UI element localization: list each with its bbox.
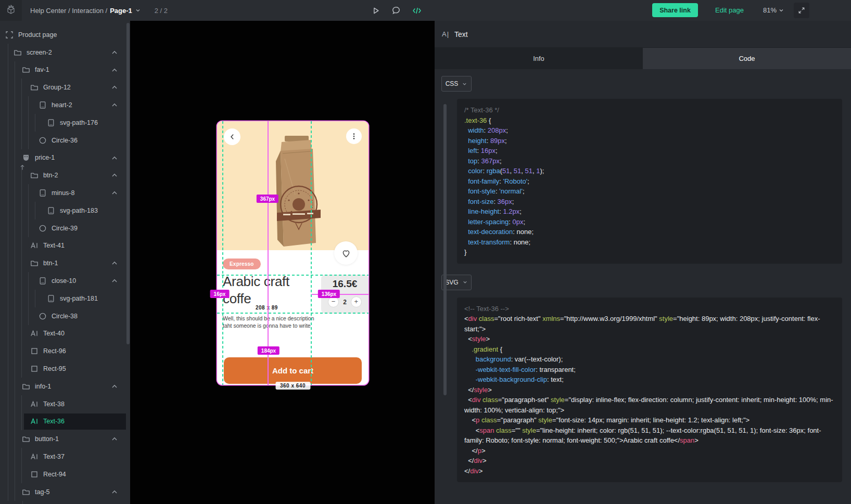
add-to-cart-button[interactable]: Add to cart xyxy=(224,357,362,384)
favorite-button[interactable] xyxy=(334,241,358,265)
tab-code[interactable]: Code xyxy=(643,48,851,69)
layer-row-btn-2[interactable]: btn-2 xyxy=(0,166,126,184)
collapse-caret-icon[interactable] xyxy=(110,171,119,179)
product-tag[interactable]: Expresso xyxy=(223,259,261,269)
tree-indent-guide xyxy=(15,96,15,114)
layer-row-text-41[interactable]: Text-41 xyxy=(0,237,126,255)
tree-indent-guide xyxy=(15,430,15,448)
back-button[interactable] xyxy=(224,128,240,145)
tree-indent-guide xyxy=(15,325,15,343)
layer-label: btn-1 xyxy=(43,260,58,267)
layer-label: Text-40 xyxy=(43,330,65,337)
circle-icon xyxy=(39,312,47,320)
measurement-badge-right: 136px xyxy=(318,290,340,298)
tree-indent-guide xyxy=(28,290,29,307)
zoom-level-value: 81% xyxy=(763,6,777,14)
collapse-caret-icon[interactable] xyxy=(110,435,119,443)
layer-row-rect-95[interactable]: Rect-95 xyxy=(0,360,126,378)
layer-row-rect-94[interactable]: Rect-94 xyxy=(0,466,126,483)
tree-indent-guide xyxy=(8,272,8,290)
css-language-select[interactable]: CSS xyxy=(441,76,472,92)
layer-row-circle-39[interactable]: Circle-39 xyxy=(0,219,126,237)
canvas[interactable]: Expresso Arabic craft coffe 208 x 89 16.… xyxy=(130,21,435,504)
layer-label: Text-38 xyxy=(43,400,65,408)
collapse-caret-icon[interactable] xyxy=(110,83,119,92)
tree-indent-guide xyxy=(8,448,8,466)
share-link-button[interactable]: Share link xyxy=(652,3,698,17)
tree-indent-guide xyxy=(35,114,35,132)
code-line: line-height: 1.2px; xyxy=(464,206,835,217)
measurement-badge-left: 16px xyxy=(210,290,230,298)
minus-button[interactable]: − xyxy=(328,296,339,307)
comment-icon[interactable] xyxy=(391,6,401,15)
layer-row-tag-5[interactable]: tag-5 xyxy=(0,483,126,501)
fullscreen-button[interactable] xyxy=(794,3,809,18)
layer-row-text-40[interactable]: Text-40 xyxy=(0,325,126,343)
tree-indent-guide xyxy=(8,202,8,219)
layer-row-close-10[interactable]: close-10 xyxy=(0,272,126,290)
layer-row-rect-96[interactable]: Rect-96 xyxy=(0,342,126,360)
collapse-caret-icon[interactable] xyxy=(110,189,119,197)
plus-button[interactable]: + xyxy=(351,296,362,307)
collapse-caret-icon[interactable] xyxy=(110,101,119,109)
tree-indent-guide xyxy=(8,290,8,307)
edit-page-link[interactable]: Edit page xyxy=(715,6,744,14)
svg-icon xyxy=(47,206,55,215)
inspector-scrollbar[interactable] xyxy=(443,104,447,395)
layer-row-svg-path-181[interactable]: svg-path-181 xyxy=(0,290,126,307)
layer-row-product page[interactable]: Product page xyxy=(0,26,126,44)
app-logo[interactable] xyxy=(0,0,22,21)
tree-indent-guide xyxy=(8,44,8,61)
collapse-caret-icon[interactable] xyxy=(110,154,119,162)
product-title[interactable]: Arabic craft coffe xyxy=(223,273,322,307)
tab-info[interactable]: Info xyxy=(435,48,643,69)
collapse-caret-icon[interactable] xyxy=(110,382,119,391)
folder-icon xyxy=(14,48,22,57)
layer-row-heart-2[interactable]: heart-2 xyxy=(0,96,126,114)
layer-row-btn-1[interactable]: btn-1 xyxy=(0,254,126,272)
menu-button[interactable] xyxy=(346,128,362,144)
collapse-caret-icon[interactable] xyxy=(110,488,119,496)
tree-indent-guide xyxy=(8,61,8,79)
collapse-caret-icon[interactable] xyxy=(110,277,119,285)
tree-indent-guide xyxy=(21,342,22,360)
tree-indent-guide xyxy=(15,114,15,132)
chevron-down-icon xyxy=(462,279,468,285)
product-hero-section[interactable] xyxy=(217,121,369,250)
code-view-icon[interactable] xyxy=(412,6,422,15)
artboard-product-page[interactable]: Expresso Arabic craft coffe 208 x 89 16.… xyxy=(217,121,369,385)
code-line: .gradient { xyxy=(464,344,835,355)
layer-row-group-12[interactable]: Group-12 xyxy=(0,79,126,96)
coffee-bag-image[interactable] xyxy=(269,133,322,250)
product-description[interactable]: Well, this should be a nice description … xyxy=(223,315,314,329)
tree-indent-guide xyxy=(28,272,29,290)
layer-row-svg-path-183[interactable]: svg-path-183 xyxy=(0,202,126,219)
play-icon[interactable] xyxy=(371,6,380,15)
breadcrumb[interactable]: Help Center / Interaction / Page-1 xyxy=(30,7,141,15)
layer-row-screen-2[interactable]: screen-2 xyxy=(0,44,126,61)
layer-row-button-1[interactable]: button-1 xyxy=(0,430,126,448)
guide-horizontal-top xyxy=(217,275,369,276)
breadcrumb-current-page: Page-1 xyxy=(110,7,132,15)
collapse-caret-icon[interactable] xyxy=(110,259,119,267)
layer-row-minus-8[interactable]: minus-8 xyxy=(0,184,126,202)
layers-scrollbar[interactable] xyxy=(126,23,130,344)
layer-row-circle-36[interactable]: Circle-36 xyxy=(0,132,126,149)
layer-row-svg-path-176[interactable]: svg-path-176 xyxy=(0,114,126,132)
svg-code-block[interactable]: <!-- Text-36 --><div class="root rich-te… xyxy=(457,298,842,483)
layer-row-circle-38[interactable]: Circle-38 xyxy=(0,307,126,325)
collapse-caret-icon[interactable] xyxy=(110,48,119,57)
layer-row-text-36[interactable]: Text-36 xyxy=(0,413,126,431)
layers-panel: Product pagescreen-2fav-1Group-12heart-2… xyxy=(0,21,130,504)
code-line: <div class="root rich-text" xmlns="http:… xyxy=(464,314,835,334)
layer-row-text-37[interactable]: Text-37 xyxy=(0,448,126,466)
mask-icon xyxy=(22,153,30,162)
layer-row-text-38[interactable]: Text-38 xyxy=(0,395,126,413)
layer-row-fav-1[interactable]: fav-1 xyxy=(0,61,126,79)
layer-label: Rect-95 xyxy=(43,365,66,372)
css-code-block[interactable]: /* Text-36 */.text-36 { width: 208px; he… xyxy=(457,99,842,264)
collapse-caret-icon[interactable] xyxy=(110,66,119,74)
layer-row-info-1[interactable]: info-1 xyxy=(0,378,126,395)
zoom-level-dropdown[interactable]: 81% xyxy=(763,6,784,14)
tree-indent-guide xyxy=(8,219,8,237)
